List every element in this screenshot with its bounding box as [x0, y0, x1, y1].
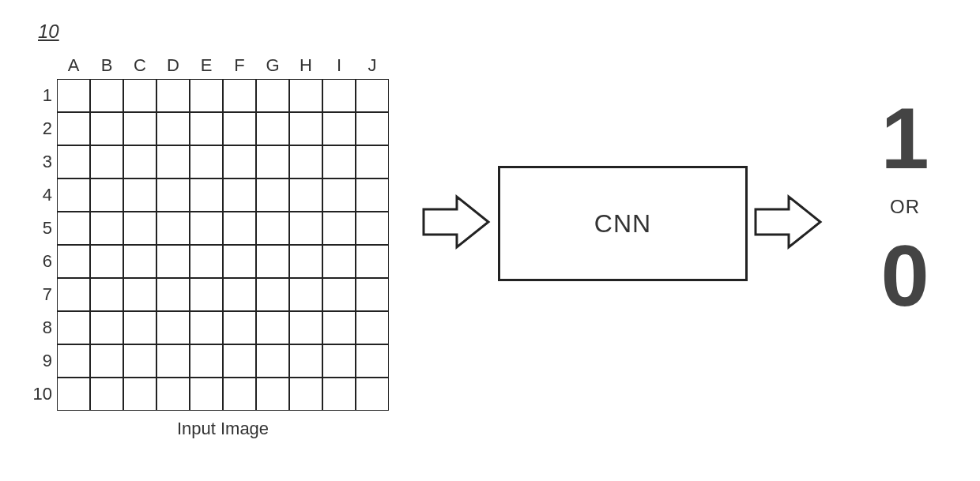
grid-cell — [57, 112, 90, 145]
grid-cell — [90, 112, 123, 145]
cnn-box: CNN — [498, 166, 748, 281]
row-label: 9 — [22, 344, 57, 378]
grid-cell — [123, 311, 156, 344]
grid-cell — [322, 245, 356, 278]
grid-cell — [223, 212, 256, 245]
row-label: 3 — [22, 145, 57, 178]
grid-cell — [256, 344, 289, 378]
grid-cell — [90, 145, 123, 178]
grid-cell — [289, 79, 322, 112]
col-label: J — [356, 55, 389, 79]
grid-cell — [256, 278, 289, 311]
grid-cell — [223, 278, 256, 311]
grid-cell — [256, 178, 289, 212]
grid-cell — [156, 112, 190, 145]
grid-cell — [123, 178, 156, 212]
grid-cell — [90, 79, 123, 112]
grid-cell — [156, 344, 190, 378]
grid-cell — [356, 112, 389, 145]
col-label: C — [123, 55, 156, 79]
row-label: 8 — [22, 311, 57, 344]
row-label: 2 — [22, 112, 57, 145]
grid-cell — [57, 378, 90, 411]
svg-marker-1 — [756, 197, 820, 247]
grid-cell — [256, 212, 289, 245]
grid-cell — [156, 278, 190, 311]
grid-cell — [289, 145, 322, 178]
col-label: D — [156, 55, 190, 79]
grid-cell — [156, 245, 190, 278]
grid-cell — [289, 311, 322, 344]
grid-cell — [289, 344, 322, 378]
grid-cell — [123, 112, 156, 145]
grid-cell — [356, 245, 389, 278]
grid-cell — [223, 245, 256, 278]
grid-cell — [289, 178, 322, 212]
grid-cell — [156, 178, 190, 212]
grid-cell — [123, 145, 156, 178]
grid-cell — [57, 344, 90, 378]
grid-cell — [356, 311, 389, 344]
grid-cell — [256, 378, 289, 411]
grid-cell — [123, 378, 156, 411]
col-label: F — [223, 55, 256, 79]
row-label: 4 — [22, 178, 57, 212]
column-labels-row: A B C D E F G H I J — [57, 55, 401, 79]
pixel-grid — [57, 79, 389, 411]
grid-cell — [356, 344, 389, 378]
grid-cell — [123, 79, 156, 112]
arrow-right-icon — [420, 194, 492, 250]
grid-cell — [223, 344, 256, 378]
grid-cell — [223, 112, 256, 145]
col-label: H — [289, 55, 322, 79]
grid-cell — [223, 178, 256, 212]
grid-cell — [322, 378, 356, 411]
grid-with-row-labels: 1 2 3 4 5 6 7 8 9 10 — [22, 79, 401, 411]
output-zero: 0 — [850, 232, 960, 319]
grid-cell — [90, 212, 123, 245]
grid-cell — [190, 178, 223, 212]
grid-cell — [322, 178, 356, 212]
grid-cell — [90, 344, 123, 378]
grid-cell — [90, 278, 123, 311]
grid-cell — [289, 245, 322, 278]
grid-cell — [356, 79, 389, 112]
grid-cell — [156, 311, 190, 344]
grid-cell — [322, 311, 356, 344]
grid-cell — [57, 278, 90, 311]
grid-cell — [356, 212, 389, 245]
grid-cell — [190, 311, 223, 344]
row-label: 10 — [22, 378, 57, 411]
grid-cell — [289, 112, 322, 145]
grid-cell — [190, 278, 223, 311]
grid-cell — [156, 79, 190, 112]
grid-cell — [156, 145, 190, 178]
grid-cell — [123, 278, 156, 311]
row-label: 7 — [22, 278, 57, 311]
grid-cell — [322, 212, 356, 245]
grid-cell — [90, 178, 123, 212]
col-label: A — [57, 55, 90, 79]
grid-cell — [190, 344, 223, 378]
grid-cell — [190, 145, 223, 178]
row-label: 6 — [22, 245, 57, 278]
grid-cell — [156, 212, 190, 245]
input-image-block: A B C D E F G H I J 1 2 3 4 5 6 7 8 9 10… — [22, 55, 401, 439]
grid-cell — [123, 212, 156, 245]
grid-cell — [190, 79, 223, 112]
grid-cell — [256, 145, 289, 178]
grid-cell — [223, 145, 256, 178]
grid-cell — [356, 378, 389, 411]
grid-cell — [90, 245, 123, 278]
grid-cell — [190, 378, 223, 411]
grid-cell — [289, 378, 322, 411]
col-label: E — [190, 55, 223, 79]
cnn-label: CNN — [594, 209, 651, 239]
grid-cell — [256, 311, 289, 344]
grid-cell — [322, 278, 356, 311]
grid-cell — [156, 378, 190, 411]
output-block: 1 OR 0 — [850, 95, 960, 319]
row-label: 1 — [22, 79, 57, 112]
grid-cell — [322, 145, 356, 178]
grid-cell — [57, 145, 90, 178]
